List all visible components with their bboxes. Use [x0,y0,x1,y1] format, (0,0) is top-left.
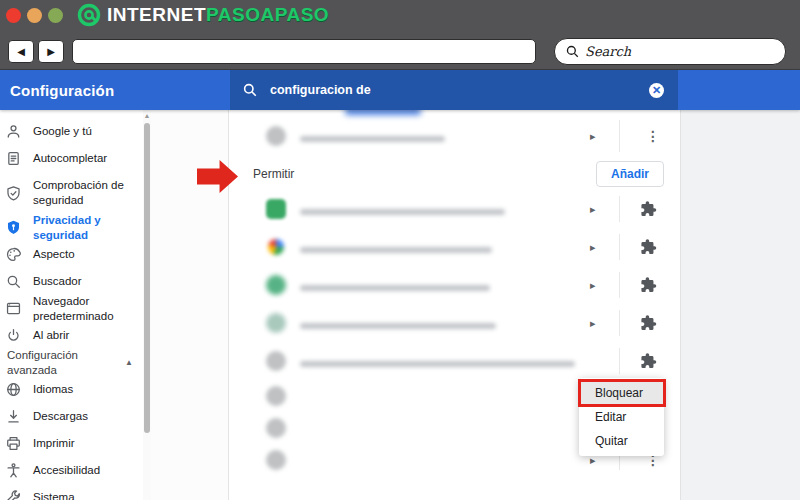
sidebar-item-label: Buscador [33,274,141,289]
site-favicon-blurred [266,313,286,333]
site-row-3: ▸ [230,266,680,304]
sidebar-item-label: Aspecto [33,247,141,262]
sidebar-item-power[interactable]: Al abrir [0,322,143,349]
sidebar-item-label: Google y tú [33,124,141,139]
browser-navbar: ◀ ▶ Search [0,30,800,70]
expand-arrow-icon[interactable]: ▸ [590,241,596,254]
extension-puzzle-icon[interactable] [640,201,657,218]
sidebar-item-palette[interactable]: Aspecto [0,241,143,268]
permit-section-header: Permitir Añadir [230,158,680,190]
site-favicon-blurred [266,450,286,470]
permit-section-label: Permitir [253,167,294,181]
extension-puzzle-icon[interactable] [640,353,657,370]
sidebar-item-label: Imprimir [33,436,141,451]
scrollbar-up-arrow-icon[interactable]: ▲ [143,112,151,119]
browser-search-field[interactable]: Search [554,38,786,65]
sidebar-item-label: Privacidad y seguridad [33,213,141,243]
sidebar-item-download[interactable]: Descargas [0,403,143,430]
menu-item-editar[interactable]: Editar [579,405,664,429]
sidebar-item-label: Navegador predeterminado [33,294,141,324]
minimize-window-button[interactable] [27,8,42,23]
sidebar-item-printer[interactable]: Imprimir [0,430,143,457]
context-menu: Bloquear Editar Quitar [579,378,664,456]
forward-button[interactable]: ▶ [38,40,64,63]
search-icon [5,273,22,290]
printer-icon [5,435,22,452]
globe-icon [5,381,22,398]
site-favicon-blurred [266,351,286,371]
extension-puzzle-icon[interactable] [640,315,657,332]
site-favicon-blurred [268,239,284,255]
blurred-site-text [300,241,492,253]
sidebar-item-wrench[interactable]: Sistema [0,484,143,500]
chevron-up-icon: ▲ [125,358,133,367]
site-row-top: ▸⋮ [230,114,680,158]
close-window-button[interactable] [6,8,21,23]
extension-puzzle-icon[interactable] [640,277,657,294]
extension-puzzle-icon[interactable] [640,239,657,256]
blurred-site-text [300,279,490,291]
sidebar-item-shield-key[interactable]: Privacidad y seguridad [0,214,143,241]
row-divider [619,234,620,260]
site-row-2: ▸ [230,228,680,266]
sidebar-scrollbar[interactable]: ▲ [143,110,151,500]
sidebar-item-search[interactable]: Buscador [0,268,143,295]
blurred-site-text [300,130,445,142]
site-favicon-blurred [266,275,286,295]
search-icon [565,44,580,59]
expand-arrow-icon[interactable]: ▸ [590,279,596,292]
row-divider [619,196,620,222]
sidebar-item-shield-check[interactable]: Comprobación de seguridad [0,172,143,214]
menu-item-quitar[interactable]: Quitar [579,429,664,453]
person-icon [5,123,22,140]
settings-sidebar: Google y túAutocompletarComprobación de … [0,110,143,500]
sidebar-item-label: Comprobación de seguridad [33,178,141,208]
blurred-site-text [300,203,505,215]
site-row-5 [230,342,680,380]
sidebar-advanced-label: Configuración avanzada [7,348,125,378]
sidebar-item-person[interactable]: Google y tú [0,118,143,145]
browser-titlebar: INTERNETPASOAPASO [0,0,800,30]
expand-arrow-icon[interactable]: ▸ [590,317,596,330]
more-options-icon[interactable]: ⋮ [646,128,660,144]
site-favicon-blurred [266,126,286,146]
brand-logo: INTERNETPASOAPASO [77,3,329,27]
browser-icon [5,300,22,317]
sidebar-item-browser[interactable]: Navegador predeterminado [0,295,143,322]
menu-item-bloquear[interactable]: Bloquear [579,381,664,405]
brand-text-white: INTERNET [107,4,206,25]
expand-arrow-icon[interactable]: ▸ [590,203,596,216]
site-favicon-blurred [266,386,286,406]
row-divider [619,272,620,298]
settings-header: Configuración configuracion de ✕ [0,70,800,110]
sidebar-gutter [151,110,229,500]
back-button[interactable]: ◀ [8,40,34,63]
wrench-icon [5,489,22,500]
sidebar-item-accessibility[interactable]: Accesibilidad [0,457,143,484]
clear-search-icon[interactable]: ✕ [649,83,664,98]
expand-arrow-icon[interactable]: ▸ [590,130,596,143]
row-divider [619,348,620,374]
scrollbar-thumb[interactable] [144,123,150,433]
accessibility-icon [5,462,22,479]
maximize-window-button[interactable] [48,8,63,23]
row-divider [619,120,620,152]
page: INTERNETPASOAPASO ◀ ▶ Search Configuraci… [0,0,800,500]
sidebar-item-label: Autocompletar [33,151,141,166]
clipboard-icon [5,150,22,167]
blurred-site-text [300,355,575,367]
settings-search-input[interactable]: configuracion de ✕ [230,70,678,110]
add-button[interactable]: Añadir [596,161,664,187]
download-icon [5,408,22,425]
shield-key-icon [5,219,22,236]
power-icon [5,327,22,344]
sidebar-item-clipboard[interactable]: Autocompletar [0,145,143,172]
site-favicon-blurred [266,418,286,438]
settings-search-query: configuracion de [270,83,649,97]
site-row-4: ▸ [230,304,680,342]
shield-check-icon [5,185,22,202]
sidebar-item-globe[interactable]: Idiomas [0,376,143,403]
settings-content-panel: ▸⋮ Permitir Añadir ▸▸▸▸▸⋮ Bloquear Edita… [230,110,681,500]
sidebar-advanced-toggle[interactable]: Configuración avanzada▲ [0,349,143,376]
address-bar[interactable] [72,39,536,64]
